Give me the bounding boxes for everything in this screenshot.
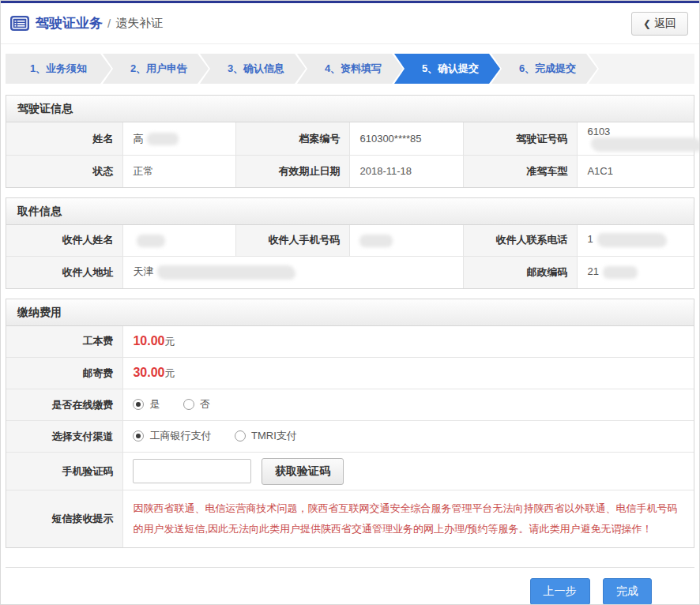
table-row: 选择支付渠道 工商银行支付 TMRI支付 <box>6 421 694 453</box>
status-label: 状态 <box>6 156 123 187</box>
postal-code-label: 邮政编码 <box>464 257 578 288</box>
radio-label-tmri: TMRI支付 <box>251 429 297 443</box>
redacted-postal-code <box>603 266 638 279</box>
radio-checked-icon[interactable] <box>133 399 144 410</box>
section-title-license: 驾驶证信息 <box>6 96 694 122</box>
cost-fee-amount: 10.00 <box>133 334 164 348</box>
page-title: 驾驶证业务 <box>36 14 103 32</box>
radio-unchecked-icon[interactable] <box>235 430 246 442</box>
payment-table: 工本费 10.00元 邮寄费 30.00元 是否在线缴费 是 <box>6 326 694 547</box>
radio-option-yes[interactable]: 是 <box>133 397 160 411</box>
breadcrumb-divider: / <box>107 17 111 30</box>
radio-checked-icon[interactable] <box>133 430 144 442</box>
table-row: 手机验证码 获取验证码 <box>6 453 694 490</box>
name-value: 高 <box>123 122 236 156</box>
page: 驾驶证业务 / 遗失补证 ❮ 返回 1、业务须知 2、用户申告 3、确认信息 4… <box>0 0 700 605</box>
finish-button[interactable]: 完成 <box>603 578 652 605</box>
captcha-field-cell: 获取验证码 <box>123 453 694 490</box>
radio-option-icbc[interactable]: 工商银行支付 <box>133 429 211 443</box>
table-row: 邮寄费 30.00元 <box>6 358 694 389</box>
recipient-mobile-label: 收件人手机号码 <box>236 225 350 257</box>
redacted-recipient-address <box>157 265 295 280</box>
section-title-payment: 缴纳费用 <box>6 299 694 326</box>
expiry-value: 2018-11-18 <box>350 156 464 187</box>
recipient-phone-label: 收件人联系电话 <box>464 225 578 257</box>
postal-code-value: 21 <box>578 257 694 288</box>
payment-channel-label: 选择支付渠道 <box>6 421 123 453</box>
section-pickup-info: 取件信息 收件人姓名 收件人手机号码 收件人联系电话 1 收件人地址 天津 邮政… <box>6 197 694 289</box>
chevron-left-icon: ❮ <box>643 18 651 29</box>
redacted-recipient-mobile <box>359 235 393 247</box>
sms-notice-cell: 因陕西省联通、电信运营商技术问题，陕西省互联网交通安全综合服务管理平台无法向持陕… <box>123 490 694 547</box>
section-payment-fees: 缴纳费用 工本费 10.00元 邮寄费 30.00元 是否在线缴费 <box>6 299 694 548</box>
postage-fee-amount: 30.00 <box>133 366 164 379</box>
back-button[interactable]: ❮ 返回 <box>631 12 688 36</box>
step-1-business-notice[interactable]: 1、业务须知 <box>6 54 111 84</box>
payment-channel-options: 工商银行支付 TMRI支付 <box>123 421 694 453</box>
radio-option-tmri[interactable]: TMRI支付 <box>235 429 297 443</box>
recipient-address-label: 收件人地址 <box>6 257 123 288</box>
previous-step-button[interactable]: 上一步 <box>530 578 590 605</box>
form-list-icon <box>10 16 29 31</box>
license-no-label: 驾驶证号码 <box>464 122 578 156</box>
expiry-label: 有效期止日期 <box>236 156 350 187</box>
recipient-name-label: 收件人姓名 <box>6 225 123 257</box>
table-row: 状态 正常 有效期止日期 2018-11-18 准驾车型 A1C1 <box>6 156 694 187</box>
file-no-value: 610300****85 <box>350 122 464 156</box>
recipient-address-value: 天津 <box>123 257 464 288</box>
footer-actions: 上一步 完成 <box>6 567 694 605</box>
sms-notice-label: 短信接收提示 <box>6 490 123 547</box>
radio-unchecked-icon[interactable] <box>183 399 194 410</box>
back-button-label: 返回 <box>654 17 676 31</box>
vehicle-type-label: 准驾车型 <box>464 156 578 187</box>
postage-fee-label: 邮寄费 <box>6 358 123 389</box>
cost-fee-label: 工本费 <box>6 326 123 358</box>
status-value: 正常 <box>123 156 236 187</box>
step-4-fill-data[interactable]: 4、资料填写 <box>297 54 403 84</box>
recipient-mobile-value <box>350 225 464 257</box>
section-title-pickup: 取件信息 <box>6 198 694 225</box>
pickup-info-table: 收件人姓名 收件人手机号码 收件人联系电话 1 收件人地址 天津 邮政编码 21 <box>6 225 694 288</box>
table-row: 是否在线缴费 是 否 <box>6 389 694 421</box>
online-payment-label: 是否在线缴费 <box>6 389 123 421</box>
name-label: 姓名 <box>6 122 123 156</box>
license-no-value: 6103 <box>578 122 694 156</box>
cost-fee-unit: 元 <box>164 336 175 348</box>
table-row: 姓名 高 档案编号 610300****85 驾驶证号码 6103 <box>6 122 694 156</box>
redacted-recipient-phone <box>597 233 667 247</box>
table-row: 收件人姓名 收件人手机号码 收件人联系电话 1 <box>6 225 694 257</box>
breadcrumb: 驾驶证业务 / 遗失补证 <box>10 14 163 32</box>
get-verification-code-button[interactable]: 获取验证码 <box>262 458 344 485</box>
radio-label-no: 否 <box>200 397 210 411</box>
vehicle-type-value: A1C1 <box>578 156 694 187</box>
redacted-license-no <box>591 137 700 152</box>
postage-fee-value: 30.00元 <box>123 358 694 389</box>
recipient-phone-value: 1 <box>578 225 694 257</box>
step-5-confirm-submit[interactable]: 5、确认提交 <box>394 54 500 84</box>
captcha-input[interactable] <box>133 459 251 483</box>
captcha-label: 手机验证码 <box>6 453 123 490</box>
online-payment-options: 是 否 <box>123 389 694 421</box>
step-3-confirm-info[interactable]: 3、确认信息 <box>200 54 306 84</box>
section-license-info: 驾驶证信息 姓名 高 档案编号 610300****85 驾驶证号码 6103 … <box>6 95 694 188</box>
table-row: 工本费 10.00元 <box>6 326 694 358</box>
radio-label-yes: 是 <box>149 397 160 411</box>
radio-label-icbc: 工商银行支付 <box>149 429 211 443</box>
cost-fee-value: 10.00元 <box>123 326 694 358</box>
sms-notice-text: 因陕西省联通、电信运营商技术问题，陕西省互联网交通安全综合服务管理平台无法向持陕… <box>133 498 684 539</box>
table-row: 收件人地址 天津 邮政编码 21 <box>6 257 694 288</box>
header: 驾驶证业务 / 遗失补证 ❮ 返回 <box>1 3 699 44</box>
recipient-name-value <box>123 225 236 257</box>
step-wizard: 1、业务须知 2、用户申告 3、确认信息 4、资料填写 5、确认提交 6、完成提… <box>6 54 694 84</box>
redacted-recipient-name <box>137 235 165 247</box>
page-subtitle: 遗失补证 <box>115 16 163 31</box>
radio-option-no[interactable]: 否 <box>183 397 210 411</box>
license-info-table: 姓名 高 档案编号 610300****85 驾驶证号码 6103 状态 正常 … <box>6 122 694 187</box>
step-wizard-tail <box>589 54 694 84</box>
table-row: 短信接收提示 因陕西省联通、电信运营商技术问题，陕西省互联网交通安全综合服务管理… <box>6 490 694 547</box>
step-2-user-declaration[interactable]: 2、用户申告 <box>103 54 209 84</box>
file-no-label: 档案编号 <box>236 122 350 156</box>
redacted-name <box>147 133 179 145</box>
postage-fee-unit: 元 <box>164 367 175 379</box>
step-6-complete-submit[interactable]: 6、完成提交 <box>491 54 597 84</box>
